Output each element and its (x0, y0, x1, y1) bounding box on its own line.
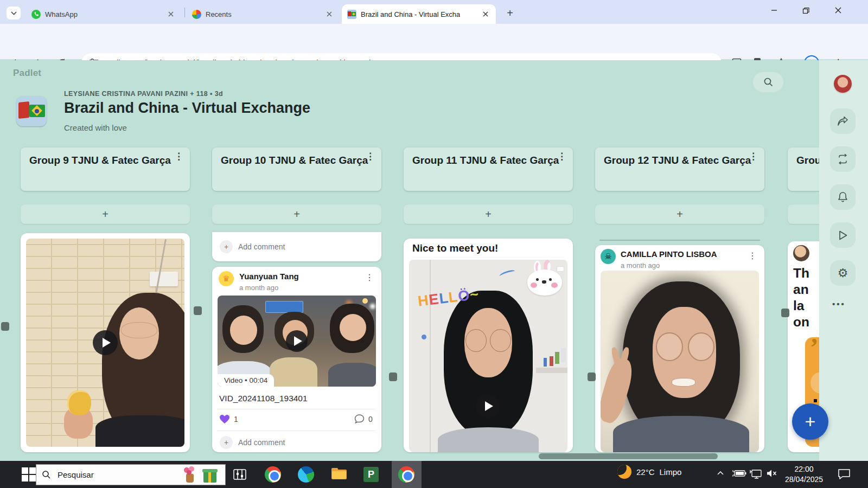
post-title: Nice to meet you! (412, 242, 498, 254)
column-header-group-11[interactable]: Group 11 TJNU & Fatec Garça ⋮ (404, 147, 573, 191)
video-duration-badge: Video • 00:04 (218, 374, 274, 387)
search-icon (42, 470, 51, 479)
section-drag-handle[interactable] (1, 322, 9, 331)
clock-time: 22:00 (777, 464, 831, 474)
chrome-taskbar-icon[interactable] (264, 466, 282, 483)
post-card-video[interactable] (21, 233, 190, 452)
post-card-camilla[interactable]: ☠ CAMILLA PINTO LISBOA a month ago ⋮ (595, 245, 764, 452)
section-drag-handle[interactable] (781, 309, 789, 317)
author-avatar[interactable]: ☠ (601, 249, 616, 264)
brazil-flag-icon (347, 10, 356, 19)
post-menu-icon[interactable]: ⋮ (748, 251, 757, 261)
tab-close-icon[interactable] (324, 9, 334, 19)
post-card-nice-to-meet-you[interactable]: Nice to meet you! HELLÖ~ (404, 239, 573, 452)
tab-separator (184, 8, 185, 17)
post-card-yuanyuan[interactable]: ♛ Yuanyuan Tang a month ago ⋮ Video • 00… (212, 267, 381, 452)
like-row[interactable]: 1 (219, 414, 238, 424)
taskbar-clock[interactable]: 22:00 28/04/2025 (777, 464, 831, 485)
tab-title: Recents (206, 10, 232, 18)
tab-close-icon[interactable] (166, 9, 176, 19)
volume-muted-icon[interactable] (766, 469, 778, 480)
section-drag-handle[interactable] (588, 373, 596, 381)
video-thumbnail[interactable]: Video • 00:04 (218, 296, 376, 387)
user-avatar[interactable] (834, 75, 852, 93)
play-button[interactable] (93, 330, 118, 355)
weather-widget[interactable]: 22°C Limpo (617, 465, 681, 479)
share-button[interactable] (830, 108, 856, 134)
screen: WhatsApp Recents Brazil and China - Virt… (0, 0, 868, 488)
column-header-group-10[interactable]: Group 10 TJNU & Fatec Garça ⋮ (212, 147, 381, 191)
shelf (536, 368, 567, 374)
column-menu-icon[interactable]: ⋮ (557, 153, 566, 160)
tab-whatsapp[interactable]: WhatsApp (26, 4, 181, 24)
tab-recents[interactable]: Recents (187, 4, 340, 24)
column-header-group-9[interactable]: Group 9 TJNU & Fatec Garça ⋮ (21, 147, 190, 191)
divider (218, 409, 376, 409)
photo[interactable] (601, 271, 759, 452)
slideshow-play-button[interactable] (830, 222, 856, 248)
column-menu-icon[interactable]: ⋮ (366, 153, 375, 160)
task-view-button[interactable] (231, 466, 248, 483)
tab-active-padlet[interactable]: Brazil and China - Virtual Excha (342, 4, 496, 24)
file-explorer-taskbar-icon[interactable] (330, 466, 348, 483)
chrome-active-taskbar-icon[interactable] (398, 466, 415, 483)
window-restore-button[interactable] (793, 0, 818, 21)
column-header-group-12[interactable]: Group 12 TJNU & Fatec Garça ⋮ (595, 147, 764, 191)
battery-icon[interactable] (732, 469, 746, 480)
author-avatar[interactable]: ♛ (219, 271, 234, 286)
comment-count: 0 (368, 415, 373, 423)
post-menu-icon[interactable]: ⋮ (365, 272, 374, 282)
section-drag-handle[interactable] (194, 306, 202, 315)
remake-button[interactable] (830, 146, 856, 172)
tab-search-chevron-icon[interactable] (7, 7, 21, 20)
video-thumbnail[interactable] (26, 239, 184, 447)
play-button[interactable] (476, 394, 500, 418)
window-minimize-button[interactable] (762, 0, 787, 21)
tab-title: WhatsApp (45, 10, 78, 18)
add-post-bar-group-10[interactable]: + (212, 204, 381, 224)
wall-avatar[interactable] (16, 96, 47, 126)
add-post-bar-group-12[interactable]: + (595, 204, 764, 224)
post-card-partial[interactable]: + Add comment (212, 232, 381, 261)
window-close-button[interactable] (826, 0, 851, 21)
column-menu-icon[interactable]: ⋮ (174, 153, 183, 160)
section-drag-handle[interactable] (389, 373, 397, 381)
action-center-icon[interactable] (838, 468, 851, 481)
tab-close-icon[interactable] (481, 9, 490, 19)
add-comment-row[interactable]: + Add comment (220, 240, 285, 253)
notifications-bell-button[interactable] (830, 184, 856, 210)
add-comment-row[interactable]: + Add comment (220, 436, 285, 449)
person-face (230, 316, 257, 345)
like-count: 1 (234, 415, 238, 423)
add-post-bar-group-9[interactable]: + (21, 204, 190, 224)
tray-expand-chevron-icon[interactable] (716, 469, 725, 480)
moon-icon (617, 465, 631, 479)
wall-search-button[interactable] (753, 72, 783, 92)
person-coat (328, 363, 376, 387)
start-button[interactable] (22, 467, 36, 481)
video-thumbnail[interactable]: HELLÖ~ (409, 260, 567, 452)
add-post-bar-group-11[interactable]: + (404, 204, 573, 224)
comment-row[interactable]: 0 (354, 414, 373, 424)
settings-gear-button[interactable]: ⚙ (830, 260, 856, 286)
ms-project-taskbar-icon[interactable]: P (362, 466, 380, 483)
person-glasses (121, 322, 157, 339)
person-glasses (465, 329, 487, 352)
play-button[interactable] (286, 330, 308, 352)
horizontal-scrollbar-thumb[interactable] (539, 453, 718, 459)
quote-mark: ’ (810, 333, 818, 362)
more-options-icon[interactable]: ••• (832, 299, 846, 309)
card-edge-divider (599, 240, 760, 241)
author-avatar[interactable] (793, 245, 809, 261)
person-coat (270, 357, 317, 387)
column-menu-icon[interactable]: ⋮ (749, 153, 758, 160)
post-time: a month ago (621, 261, 660, 269)
edge-taskbar-icon[interactable] (297, 466, 315, 483)
add-post-fab[interactable]: + (792, 403, 828, 440)
network-icon[interactable] (750, 469, 763, 481)
taskbar-search-box[interactable]: Pesquisar (36, 464, 226, 485)
plus-icon: + (220, 436, 233, 449)
new-tab-button[interactable]: + (502, 5, 518, 21)
person-shirt (95, 415, 184, 447)
padlet-wall: Padlet LEYSIANE CRISTINA PAVANI PAZINI +… (0, 60, 868, 461)
